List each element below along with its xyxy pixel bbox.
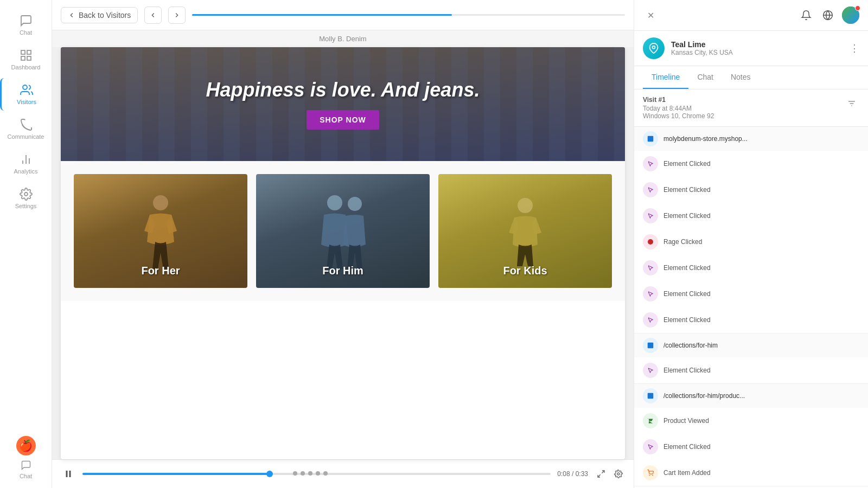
timeline-dot [308, 471, 312, 476]
visitor-location: Kansas City, KS USA [671, 49, 843, 56]
hero-text: Happiness is love. And jeans. SHOP NOW [206, 79, 480, 130]
svg-rect-3 [21, 56, 25, 60]
event-item[interactable]: Element Clicked [634, 434, 868, 460]
product-icon [647, 418, 654, 424]
visitor-details: Teal Lime Kansas City, KS USA [671, 40, 843, 56]
event-item[interactable]: Element Clicked [634, 177, 868, 203]
event-item[interactable]: Element Clicked [634, 281, 868, 307]
svg-line-15 [602, 471, 604, 473]
page-group-header-1[interactable]: molybdenum-store.myshop... [634, 127, 868, 151]
timeline-dot [293, 471, 297, 476]
close-button[interactable]: ✕ [643, 8, 658, 23]
svg-point-9 [153, 195, 168, 210]
nav-next-button[interactable] [168, 7, 186, 24]
tabs: Timeline Chat Notes [634, 66, 868, 89]
event-item[interactable]: Rage Clicked [634, 229, 868, 255]
event-item[interactable]: Element Clicked [634, 151, 868, 177]
cursor-icon [647, 291, 654, 297]
notification-icon[interactable] [799, 8, 814, 23]
settings-playback-button[interactable] [612, 467, 625, 480]
svg-rect-0 [21, 50, 25, 54]
sidebar-item-analytics[interactable]: Analytics [0, 147, 52, 180]
event-text: Element Clicked [663, 264, 859, 272]
event-item[interactable]: Product Viewed [634, 408, 868, 434]
communicate-icon [20, 118, 33, 131]
products-section: For Her [61, 161, 625, 301]
event-item[interactable]: Element Clicked [634, 255, 868, 281]
svg-rect-13 [66, 471, 68, 477]
click-event-icon [643, 260, 658, 275]
sidebar-item-visitors[interactable]: Visitors [0, 78, 52, 111]
product-card-for-her[interactable]: For Her [74, 174, 247, 288]
sidebar-item-communicate[interactable]: Communicate [0, 113, 52, 145]
fullscreen-button[interactable] [595, 467, 608, 480]
filter-icon [847, 99, 856, 108]
event-text: Element Clicked [663, 316, 859, 324]
back-label: Back to Visitors [79, 11, 131, 20]
sidebar-item-settings[interactable]: Settings [0, 182, 52, 215]
pause-button[interactable] [61, 466, 76, 481]
cursor-icon [647, 187, 654, 193]
event-item[interactable]: Cart Item Added [634, 460, 868, 486]
website-content: Happiness is love. And jeans. SHOP NOW [61, 47, 625, 459]
timeline-dot [301, 471, 305, 476]
product-event-icon [643, 413, 658, 428]
timeline-thumb [266, 471, 273, 477]
cursor-icon [647, 444, 654, 450]
tab-chat[interactable]: Chat [688, 66, 722, 89]
event-group-2: /collections/for-him Element Clicked [634, 333, 868, 384]
svg-line-16 [598, 474, 601, 477]
bell-icon [801, 10, 812, 21]
event-item[interactable]: Element Clicked [634, 357, 868, 383]
hero-section: Happiness is love. And jeans. SHOP NOW [61, 47, 625, 161]
globe-settings-icon [822, 10, 833, 21]
click-event-icon [643, 439, 658, 454]
page-group-header-3[interactable]: /collections/for-him/produc... [634, 384, 868, 408]
playback-bar: 0:08 / 0:33 [52, 459, 634, 488]
tab-timeline[interactable]: Timeline [643, 66, 688, 89]
product-card-for-kids[interactable]: For Kids [438, 174, 612, 288]
timeline-dot [323, 471, 328, 476]
svg-point-4 [23, 85, 27, 89]
filter-button[interactable] [844, 96, 859, 111]
globe-icon[interactable] [820, 8, 835, 23]
settings-icon [20, 188, 33, 201]
user-avatar[interactable] [842, 7, 859, 24]
site-label: Molly B. Denim [52, 30, 634, 47]
event-text: Element Clicked [663, 186, 859, 194]
page-group-header-2[interactable]: /collections/for-him [634, 333, 868, 357]
nav-prev-button[interactable] [144, 7, 162, 24]
visit-number: Visit #1 [643, 96, 714, 104]
sidebar-item-dashboard[interactable]: Dashboard [0, 43, 52, 76]
fruit-icon: 🍎 [16, 436, 36, 455]
timeline-events: molybdenum-store.myshop... Element Click… [634, 127, 868, 488]
click-event-icon [643, 312, 658, 328]
cursor-icon [647, 317, 654, 323]
page-view-icon [647, 135, 654, 143]
svg-point-28 [649, 475, 650, 476]
cursor-icon [647, 213, 654, 219]
back-to-visitors-button[interactable]: Back to Visitors [61, 7, 138, 23]
rage-icon [647, 239, 654, 245]
more-options-button[interactable]: ⋮ [850, 42, 859, 54]
chat-icon [20, 14, 33, 27]
sidebar-item-analytics-label: Analytics [14, 168, 37, 175]
visitor-avatar [643, 37, 665, 59]
event-item[interactable]: Element Clicked [634, 203, 868, 229]
svg-point-11 [348, 197, 362, 211]
event-item[interactable]: Element Clicked [634, 307, 868, 333]
event-group-1: molybdenum-store.myshop... Element Click… [634, 127, 868, 333]
tab-notes[interactable]: Notes [722, 66, 760, 89]
cursor-icon [647, 160, 654, 167]
sidebar-item-chat[interactable]: Chat [0, 9, 52, 41]
product-card-for-him[interactable]: For Him [256, 174, 430, 288]
cart-event-icon [643, 465, 658, 480]
top-progress-bar [192, 14, 625, 16]
svg-rect-27 [648, 393, 654, 399]
visitor-name: Teal Lime [671, 40, 843, 49]
sidebar-item-visitors-label: Visitors [17, 99, 36, 105]
event-text: Rage Clicked [663, 238, 859, 246]
shop-now-button[interactable]: SHOP NOW [307, 110, 379, 130]
sidebar-chat-bottom[interactable]: Chat [20, 460, 32, 479]
timeline-track[interactable] [82, 473, 551, 475]
